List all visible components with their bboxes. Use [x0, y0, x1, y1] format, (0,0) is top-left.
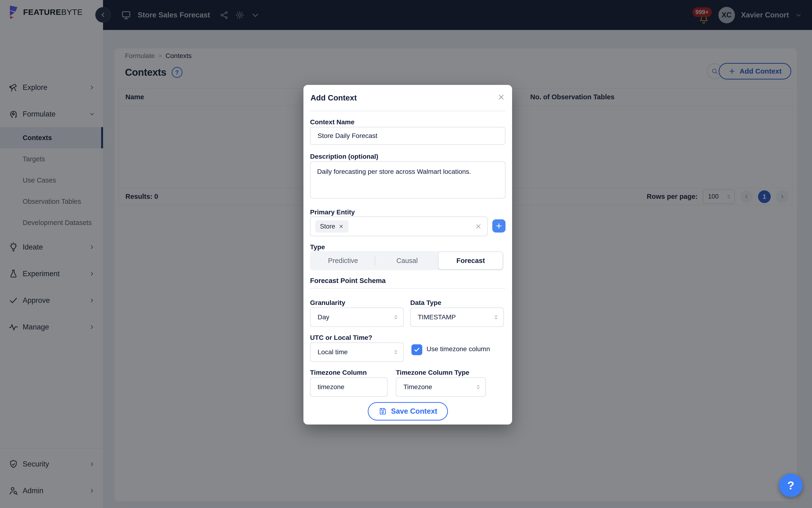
entity-chip: Store — [315, 220, 349, 232]
context-name-input[interactable]: Store Daily Forecast — [310, 127, 505, 145]
type-label: Type — [310, 243, 325, 251]
context-name-label: Context Name — [310, 118, 354, 126]
use-timezone-checkbox[interactable] — [411, 344, 422, 355]
granularity-select[interactable]: Day — [310, 307, 404, 327]
select-arrows-icon — [393, 314, 399, 320]
type-option-forecast[interactable]: Forecast — [439, 252, 502, 269]
save-context-button[interactable]: Save Context — [368, 402, 448, 421]
utc-local-value: Local time — [318, 348, 348, 356]
data-type-select[interactable]: TIMESTAMP — [410, 307, 504, 327]
timezone-column-type-label: Timezone Column Type — [396, 369, 469, 376]
timezone-column-type-select[interactable]: Timezone — [396, 377, 486, 397]
context-name-value: Store Daily Forecast — [318, 132, 377, 140]
timezone-column-input[interactable]: timezone — [310, 377, 388, 397]
add-entity-button[interactable] — [492, 219, 505, 232]
help-fab-button[interactable]: ? — [779, 474, 803, 497]
type-segmented-control: Predictive Causal Forecast — [310, 251, 504, 270]
clear-field-icon[interactable] — [475, 223, 482, 230]
primary-entity-label: Primary Entity — [310, 209, 355, 216]
app-root: FEATUREBYTE Explore Formulate Contexts T… — [0, 0, 812, 508]
timezone-column-label: Timezone Column — [310, 369, 367, 376]
data-type-label: Data Type — [410, 299, 441, 307]
entity-chip-label: Store — [320, 223, 335, 230]
select-arrows-icon — [393, 349, 399, 355]
save-icon — [378, 407, 387, 416]
plus-icon — [495, 222, 503, 230]
add-context-modal: Add Context Context Name Store Daily For… — [304, 85, 512, 425]
modal-header-divider — [310, 111, 505, 111]
data-type-value: TIMESTAMP — [418, 313, 456, 321]
modal-close-button[interactable] — [497, 92, 506, 102]
section-divider — [310, 288, 505, 289]
forecast-point-schema-title: Forecast Point Schema — [310, 277, 386, 285]
granularity-value: Day — [318, 313, 329, 321]
type-option-predictive[interactable]: Predictive — [311, 252, 375, 269]
timezone-column-value: timezone — [318, 383, 345, 391]
use-timezone-label[interactable]: Use timezone column — [426, 345, 490, 353]
type-option-causal[interactable]: Causal — [375, 252, 439, 269]
description-textarea[interactable]: Daily forecasting per store across Walma… — [310, 161, 505, 199]
select-arrows-icon — [475, 384, 481, 390]
utc-local-select[interactable]: Local time — [310, 342, 404, 362]
close-icon — [497, 93, 505, 101]
utc-local-label: UTC or Local Time? — [310, 334, 372, 341]
select-arrows-icon — [493, 314, 499, 320]
timezone-column-type-value: Timezone — [403, 383, 432, 391]
primary-entity-input[interactable]: Store — [310, 216, 488, 236]
checkmark-icon — [413, 346, 420, 353]
modal-title: Add Context — [311, 93, 357, 102]
save-context-label: Save Context — [391, 407, 437, 416]
chip-remove-icon[interactable] — [339, 224, 344, 229]
granularity-label: Granularity — [310, 299, 345, 307]
description-label: Description (optional) — [310, 153, 378, 160]
